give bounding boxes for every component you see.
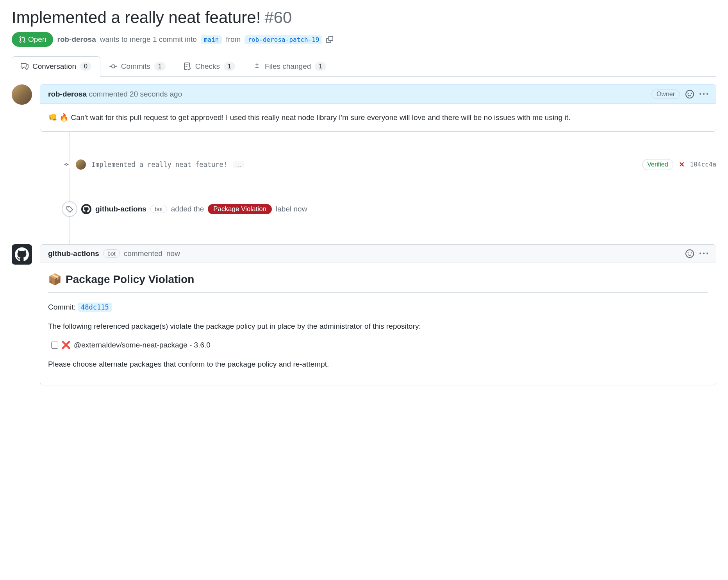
merge-text-2: from [226,35,241,44]
smiley-icon[interactable] [685,90,694,98]
verified-badge[interactable]: Verified [642,159,673,170]
kebab-icon[interactable] [699,90,708,98]
smiley-icon[interactable] [685,249,694,258]
pr-meta-row: Open rob-derosa wants to merge 1 commit … [12,32,716,47]
timeline-comment-1: rob-derosa commented 20 seconds ago Owne… [12,84,716,131]
timeline-commit: Implemented a really neat feature! … Ver… [12,159,716,170]
comment-body: 👊 🔥 Can't wait for this pull request to … [40,104,716,131]
label-event-text-after: label now [276,205,307,213]
comment-author-link[interactable]: github-actions [48,249,99,258]
copy-icon[interactable] [326,36,333,43]
kebab-icon[interactable] [699,249,708,258]
git-pull-request-icon [19,36,26,43]
comment-verb: commented [124,249,162,258]
git-commit-icon [109,63,117,70]
merge-text-1: wants to merge 1 commit into [100,35,197,44]
tab-checks[interactable]: Checks 1 [175,56,244,76]
bot-badge: bot [103,249,120,258]
timeline-comment-2: github-actions bot commented now 📦 Packa… [12,244,716,385]
comment-time[interactable]: 20 seconds ago [130,90,182,98]
commit-label: Commit: [48,303,76,311]
pr-state-text: Open [28,35,46,44]
bot-badge: bot [150,205,167,213]
commit-sha-link[interactable]: 104cc4a [690,161,716,168]
github-actions-avatar[interactable] [81,204,91,214]
head-branch-chip[interactable]: rob-derosa-patch-19 [244,35,322,44]
pr-title: Implemented a really neat feature! [12,8,261,27]
cross-mark-icon: ❌ [61,339,71,351]
violation-package-name: @externaldev/some-neat-package - 3.6.0 [74,339,211,351]
tab-commits-count: 1 [154,62,166,71]
policy-violation-title: Package Policy Violation [66,271,194,288]
comment-body: 📦 Package Policy Violation Commit: 48dc1… [40,263,716,385]
tab-checks-count: 1 [224,62,235,71]
tab-conversation[interactable]: Conversation 0 [12,56,100,77]
git-commit-icon [62,161,70,168]
task-checkbox[interactable] [51,342,58,349]
tab-files-label: Files changed [265,62,311,71]
tab-files-count: 1 [315,62,326,71]
policy-intro-text: The following referenced package(s) viol… [48,320,708,332]
commit-sha-link[interactable]: 48dc115 [78,303,112,312]
pr-number: #60 [264,8,292,27]
timeline: rob-derosa commented 20 seconds ago Owne… [12,84,716,385]
commit-message[interactable]: Implemented a really neat feature! [91,161,227,168]
policy-violation-heading: 📦 Package Policy Violation [48,271,708,293]
comment-header: rob-derosa commented 20 seconds ago Owne… [40,85,716,104]
tab-files-changed[interactable]: Files changed 1 [244,56,335,76]
avatar-commit-author[interactable] [76,159,86,170]
comment-time[interactable]: now [166,249,180,258]
avatar-rob-derosa[interactable] [12,84,32,105]
tab-commits-label: Commits [121,62,150,71]
checklist-icon [184,63,191,70]
comment-box: github-actions bot commented now 📦 Packa… [40,244,716,385]
tab-conversation-count: 0 [80,62,91,71]
commit-ellipsis-button[interactable]: … [233,161,244,168]
tab-checks-label: Checks [195,62,220,71]
base-branch-chip[interactable]: main [201,35,222,44]
comment-verb: commented [89,90,128,98]
pr-tabs: Conversation 0 Commits 1 Checks 1 Files … [12,56,716,77]
tag-icon [66,206,73,213]
pr-state-badge: Open [12,32,53,47]
label-event-text-before: added the [171,205,204,213]
comment-box: rob-derosa commented 20 seconds ago Owne… [40,84,716,131]
package-emoji-icon: 📦 [48,271,62,288]
violation-package-line: ❌ @externaldev/some-neat-package - 3.6.0 [51,339,708,351]
comment-header: github-actions bot commented now [40,245,716,263]
github-mark-icon [83,206,90,213]
issue-label[interactable]: Package Violation [208,204,272,214]
comment-discussion-icon [21,63,29,70]
comment-author-link[interactable]: rob-derosa [48,90,87,98]
tab-commits[interactable]: Commits 1 [100,56,175,76]
status-fail-icon[interactable]: ✕ [679,160,685,169]
label-event-actor[interactable]: github-actions [95,205,146,213]
tab-conversation-label: Conversation [32,62,76,71]
file-diff-icon [253,63,261,70]
github-mark-icon [15,247,29,261]
policy-outro-text: Please choose alternate packages that co… [48,358,708,370]
pr-author-link[interactable]: rob-derosa [57,35,96,44]
avatar-github-actions[interactable] [12,244,32,265]
timeline-label-event: github-actions bot added the Package Vio… [12,201,716,217]
owner-badge: Owner [651,90,680,99]
pr-title-row: Implemented a really neat feature! #60 [12,8,716,27]
tag-event-badge [62,201,77,217]
